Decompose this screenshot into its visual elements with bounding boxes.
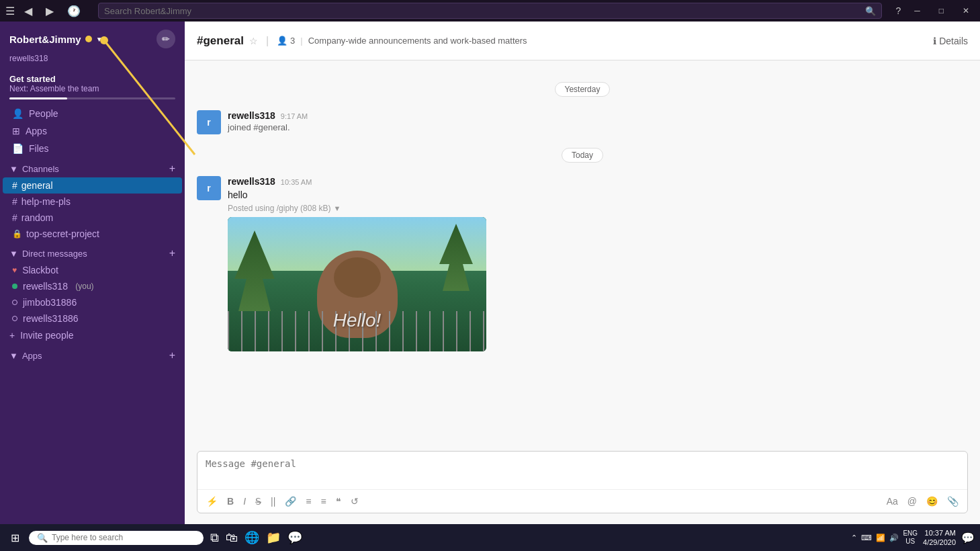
files-taskbar-icon[interactable]: 📁: [266, 530, 281, 545]
dm-item-rewells318[interactable]: rewells318 (you): [3, 278, 182, 294]
forward-button[interactable]: ▶: [42, 2, 58, 20]
message-content-hello: rewells318 10:35 AM hello Posted using /…: [228, 176, 968, 351]
tray-arrow[interactable]: ⌃: [851, 534, 857, 542]
channel-item-top-secret[interactable]: 🔒 top-secret-project: [3, 226, 182, 242]
people-icon: 👤: [12, 108, 24, 119]
toolbar-right: Aa @ 😊 📎: [885, 494, 961, 509]
channel-hash-icon: #: [12, 196, 17, 207]
dm-item-jimbob[interactable]: jimbob31886: [3, 294, 182, 310]
tray-locale: ENGUS: [903, 529, 918, 546]
message-input[interactable]: [197, 452, 967, 486]
add-app-button[interactable]: +: [169, 349, 175, 362]
apps-collapse-icon: ▼: [9, 351, 18, 361]
channel-name-random: random: [21, 212, 53, 223]
ordered-list-button[interactable]: ≡: [304, 494, 313, 509]
channel-title: #general: [197, 34, 244, 48]
hamburger-icon[interactable]: ☰: [5, 5, 15, 17]
store-icon[interactable]: 🛍: [226, 531, 238, 545]
minimize-button[interactable]: ─: [909, 3, 926, 18]
mention-button[interactable]: @: [905, 494, 919, 509]
get-started-subtitle: Next: Assemble the team: [9, 84, 175, 93]
apps-section-label: Apps: [22, 351, 42, 361]
new-message-button[interactable]: ✏: [157, 30, 175, 48]
back-button[interactable]: ◀: [20, 2, 36, 20]
workspace-name-btn[interactable]: Robert&Jimmy ▼: [9, 34, 103, 45]
taskbar: ⊞ 🔍 ⧉ 🛍 🌐 📁 💬 ⌃ ⌨ 📶 🔊 ENGUS 10:37 AM 4/2…: [0, 524, 980, 551]
message-row-hello: r rewells318 10:35 AM hello Posted using…: [185, 173, 980, 354]
online-status-dot: [12, 284, 17, 289]
taskbar-search[interactable]: 🔍: [29, 531, 204, 545]
search-icon: 🔍: [865, 6, 876, 16]
maximize-button[interactable]: □: [934, 3, 949, 18]
sidebar-item-apps[interactable]: ⊞ Apps: [3, 122, 182, 140]
get-started-title: Get started: [9, 74, 175, 84]
channels-section-header[interactable]: ▼ Channels +: [0, 157, 185, 177]
today-divider: Today: [185, 148, 980, 163]
format-button[interactable]: Aa: [885, 494, 900, 509]
add-channel-button[interactable]: +: [169, 163, 175, 175]
add-dm-button[interactable]: +: [169, 247, 175, 259]
dm-name-rewells31886: rewells31886: [23, 313, 79, 324]
input-toolbar: ⚡ B I S̶ || 🔗 ≡ ≡ ❝ ↺ Aa @ 😊 📎: [197, 489, 967, 513]
dm-item-rewells31886[interactable]: rewells31886: [3, 310, 182, 327]
channel-item-help-me-pls[interactable]: # help-me-pls: [3, 194, 182, 210]
close-button[interactable]: ✕: [957, 3, 975, 18]
message-row-join: r rewells318 9:17 AM joined #general.: [185, 108, 980, 137]
notification-icon[interactable]: 💬: [961, 532, 975, 544]
apps-section-header[interactable]: ▼ Apps +: [0, 344, 185, 364]
bold-button[interactable]: B: [225, 494, 236, 509]
lock-icon: 🔒: [12, 229, 22, 239]
taskbar-search-input[interactable]: [52, 533, 186, 542]
star-icon[interactable]: ☆: [249, 36, 258, 46]
code-button[interactable]: ||: [269, 494, 277, 509]
help-button[interactable]: ?: [895, 5, 901, 16]
invite-people-item[interactable]: + Invite people: [0, 327, 185, 344]
details-button[interactable]: ℹ Details: [933, 36, 968, 46]
blockquote-button[interactable]: ❝: [334, 494, 343, 509]
search-bar[interactable]: 🔍: [98, 3, 882, 19]
channel-name-help: help-me-pls: [21, 196, 71, 207]
chrome-icon[interactable]: 🌐: [244, 530, 259, 545]
meta-divider: |: [300, 36, 302, 46]
message-header-join: rewells318 9:17 AM: [228, 110, 968, 121]
clock-date: 4/29/2020: [923, 538, 956, 547]
emoji-button[interactable]: 😊: [924, 494, 940, 509]
taskbar-search-icon: 🔍: [37, 533, 48, 543]
sidebar-item-files[interactable]: 📄 Files: [3, 140, 182, 157]
channels-section-label: Channels: [22, 164, 59, 174]
dm-collapse-icon: ▼: [9, 249, 18, 259]
channel-item-general[interactable]: # general: [3, 177, 182, 194]
channel-meta: 👤 3 | Company-wide announcements and wor…: [277, 36, 527, 46]
avatar-rewells318: r: [197, 110, 221, 134]
strikethrough-button[interactable]: S̶: [253, 494, 263, 509]
attachment-button[interactable]: 📎: [945, 494, 961, 509]
channel-hash-icon: #: [12, 212, 17, 223]
history-button[interactable]: 🕐: [63, 2, 85, 20]
you-tag: (you): [73, 282, 94, 291]
channel-item-random[interactable]: # random: [3, 210, 182, 226]
italic-button[interactable]: I: [241, 494, 248, 509]
sidebar-item-people[interactable]: 👤 People: [3, 105, 182, 122]
slack-taskbar-icon[interactable]: 💬: [287, 530, 302, 545]
yesterday-label: Yesterday: [555, 82, 611, 97]
system-tray: ⌃ ⌨ 📶 🔊 ENGUS: [851, 529, 918, 546]
gif-container: Hello!: [228, 217, 486, 351]
channel-title-area: #general ☆ | 👤 3 | Company-wide announce…: [197, 34, 527, 48]
tray-wifi-icon: 📶: [876, 534, 885, 542]
link-button[interactable]: 🔗: [283, 494, 298, 509]
channel-description: Company-wide announcements and work-base…: [308, 36, 527, 46]
main-container: Robert&Jimmy ▼ ✏ rewells318 Get started …: [0, 22, 980, 524]
dm-item-slackbot[interactable]: ♥ Slackbot: [3, 262, 182, 278]
message-content-join: rewells318 9:17 AM joined #general.: [228, 110, 968, 132]
tray-volume-icon: 🔊: [889, 534, 899, 542]
offline-status-dot-2: [12, 316, 17, 321]
search-input[interactable]: [104, 6, 865, 16]
dm-section-header[interactable]: ▼ Direct messages +: [0, 242, 185, 262]
taskview-icon[interactable]: ⧉: [210, 531, 219, 545]
progress-fill: [9, 97, 67, 99]
giphy-dropdown-icon[interactable]: ▼: [333, 204, 341, 212]
undo-button[interactable]: ↺: [349, 494, 361, 509]
unordered-list-button[interactable]: ≡: [318, 494, 328, 509]
start-button[interactable]: ⊞: [5, 529, 25, 547]
lightning-button[interactable]: ⚡: [204, 494, 220, 509]
